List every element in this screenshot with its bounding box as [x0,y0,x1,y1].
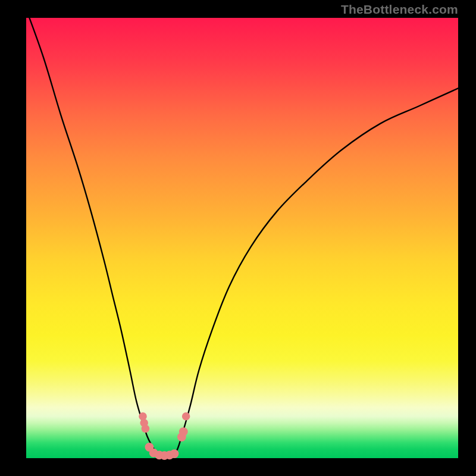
data-marker [142,425,150,433]
chart-frame: TheBottleneck.com [0,0,476,476]
watermark-label: TheBottleneck.com [341,2,458,17]
data-marker [179,427,188,436]
chart-svg [0,0,476,476]
curve-right-curve [173,88,458,456]
data-marker [170,449,179,458]
data-marker [182,412,190,421]
curve-left-curve [26,9,160,456]
